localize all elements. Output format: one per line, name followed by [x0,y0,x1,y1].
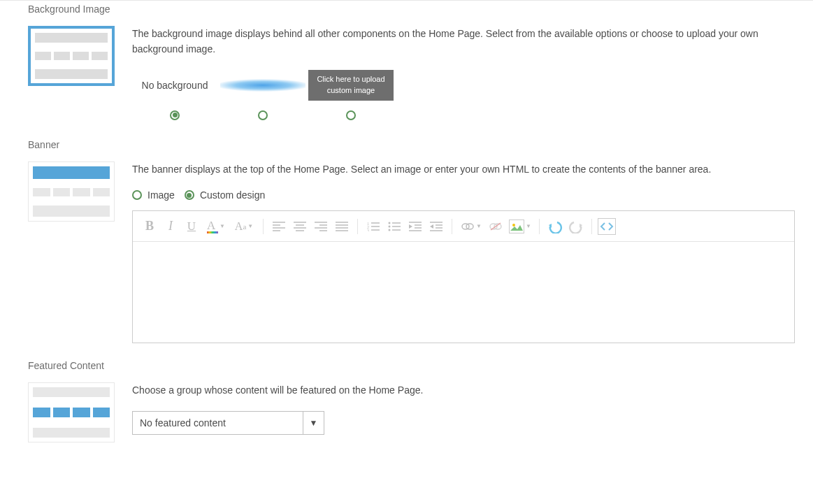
banner-radio-image[interactable]: Image [132,189,175,201]
featured-title: Featured Content [28,360,813,371]
toolbar-sep [452,219,452,234]
bg-wave-preview [220,70,305,101]
toolbar-sep [357,219,358,234]
bg-option-none[interactable]: No background [132,70,217,120]
featured-select-value: No featured content [133,412,303,434]
banner-radio-image-label: Image [148,189,175,201]
align-center-button[interactable] [290,217,310,236]
background-thumbnail [28,26,115,86]
bg-radio-upload[interactable] [346,110,356,120]
unlink-button[interactable] [486,217,505,236]
bg-option-upload[interactable]: Click here to upload custom image [308,70,394,122]
bg-upload-label: Click here to upload custom image [308,70,394,101]
banner-title: Banner [28,139,813,150]
featured-description: Choose a group whose content will be fea… [132,382,792,398]
banner-radio-custom[interactable]: Custom design [185,189,265,201]
svg-point-22 [389,222,391,224]
source-button[interactable] [598,218,616,235]
banner-radio-group: Image Custom design [132,189,795,201]
ordered-list-button[interactable]: 123 [364,217,383,236]
banner-section: Banner The banner displays at the top of… [0,139,813,357]
link-button[interactable]: ▼ [458,217,484,236]
outdent-button[interactable] [426,217,446,236]
font-size-button[interactable]: Aa▼ [231,217,257,236]
editor-content-area[interactable] [133,242,794,343]
bg-option-wave[interactable] [220,70,305,122]
banner-radio-image-dot[interactable] [132,190,142,200]
bg-radio-wave[interactable] [258,110,268,120]
background-description: The background image displays behind all… [132,26,792,57]
background-options: No background Click here to upload custo… [132,70,792,122]
svg-point-23 [389,225,391,227]
toolbar-sep [539,219,540,234]
svg-point-24 [389,229,391,231]
align-justify-button[interactable] [332,217,352,236]
underline-button[interactable]: U [182,217,201,236]
bold-button[interactable]: B [140,217,159,236]
banner-radio-custom-label: Custom design [200,189,265,201]
redo-button[interactable] [566,217,586,236]
chevron-down-icon[interactable]: ▼ [303,412,324,434]
align-left-button[interactable] [269,217,289,236]
html-editor: B I U A ▼ Aa▼ [132,210,795,343]
svg-marker-32 [409,224,412,229]
svg-point-39 [466,224,473,229]
background-image-section: Background Image The background image di… [0,3,813,136]
bg-option-none-label: No background [132,70,217,101]
background-image-title: Background Image [28,3,813,15]
undo-button[interactable] [545,217,565,236]
toolbar-sep [591,219,592,234]
svg-point-43 [512,224,515,226]
italic-button[interactable]: I [161,217,180,236]
toolbar-sep [263,219,264,234]
text-color-button[interactable]: A ▼ [203,217,229,236]
banner-radio-custom-dot[interactable] [185,190,194,200]
indent-button[interactable] [405,217,425,236]
align-right-button[interactable] [311,217,331,236]
svg-text:3: 3 [367,229,369,231]
bg-radio-none[interactable] [170,110,180,120]
banner-thumbnail [28,161,115,222]
svg-point-38 [462,224,469,229]
top-divider [0,0,813,1]
featured-content-section: Featured Content Choose a group whose co… [0,360,813,456]
featured-thumbnail [28,382,115,442]
svg-marker-37 [430,224,433,229]
banner-description: The banner displays at the top of the Ho… [132,161,795,177]
featured-group-select[interactable]: No featured content ▼ [132,411,324,435]
image-button[interactable]: ▼ [507,217,533,236]
editor-toolbar: B I U A ▼ Aa▼ [133,211,794,242]
unordered-list-button[interactable] [384,217,404,236]
